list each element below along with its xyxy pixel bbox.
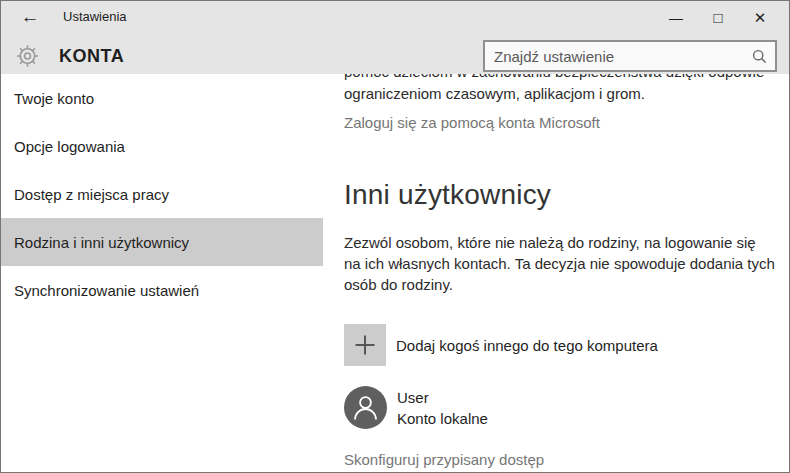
sidebar-item-dostep-z-miejsca-pracy[interactable]: Dostęp z miejsca pracy — [1, 170, 323, 218]
header: ← Ustawienia — □ ✕ — [1, 1, 789, 74]
minimize-icon[interactable]: — — [655, 5, 697, 31]
back-icon[interactable]: ← — [17, 4, 43, 30]
window-controls: — □ ✕ — [655, 5, 781, 31]
user-info: User Konto lokalne — [397, 387, 488, 429]
close-icon[interactable]: ✕ — [739, 5, 781, 31]
sidebar-item-label: Dostęp z miejsca pracy — [14, 186, 169, 203]
other-users-description: Zezwól osobom, które nie należą do rodzi… — [344, 232, 776, 295]
sidebar-item-label: Rodzina i inni użytkownicy — [14, 234, 189, 251]
user-account-row[interactable]: User Konto lokalne — [344, 386, 488, 429]
gear-icon — [15, 43, 40, 73]
other-users-heading: Inni użytkownicy — [344, 179, 551, 211]
assigned-access-link[interactable]: Skonfiguruj przypisany dostęp — [344, 451, 544, 468]
search-box — [483, 40, 777, 72]
sidebar-item-opcje-logowania[interactable]: Opcje logowania — [1, 122, 323, 170]
settings-window: ← Ustawienia — □ ✕ — [0, 0, 790, 473]
user-avatar-icon — [344, 386, 387, 429]
family-intro-text: ograniczeniom czasowym, aplikacjom i gro… — [344, 85, 645, 102]
add-user-label: Dodaj kogoś innego do tego komputera — [396, 337, 658, 354]
sidebar-item-synchronizowanie-ustawien[interactable]: Synchronizowanie ustawień — [1, 266, 323, 314]
add-user-button[interactable]: Dodaj kogoś innego do tego komputera — [344, 324, 658, 366]
search-icon[interactable] — [751, 42, 775, 70]
window-title: Ustawienia — [63, 9, 127, 24]
sign-in-microsoft-link[interactable]: Zaloguj się za pomocą konta Microsoft — [344, 114, 600, 131]
sidebar-item-rodzina-i-inni-uzytkownicy[interactable]: Rodzina i inni użytkownicy — [1, 218, 323, 266]
clipped-text-line: pomóc dzieciom w zachowaniu bezpieczeńst… — [344, 74, 764, 82]
user-account-type: Konto lokalne — [397, 408, 488, 429]
sidebar: Twoje konto Opcje logowania Dostęp z mie… — [1, 74, 323, 472]
maximize-icon[interactable]: □ — [697, 5, 739, 31]
sidebar-item-label: Opcje logowania — [14, 138, 125, 155]
user-name: User — [397, 387, 488, 408]
sidebar-item-twoje-konto[interactable]: Twoje konto — [1, 74, 323, 122]
sidebar-item-label: Twoje konto — [14, 90, 94, 107]
search-input[interactable] — [485, 42, 751, 70]
sidebar-item-label: Synchronizowanie ustawień — [14, 282, 199, 299]
plus-icon — [344, 324, 386, 366]
main-content: pomóc dzieciom w zachowaniu bezpieczeńst… — [344, 74, 776, 472]
page-title: KONTA — [59, 46, 124, 67]
